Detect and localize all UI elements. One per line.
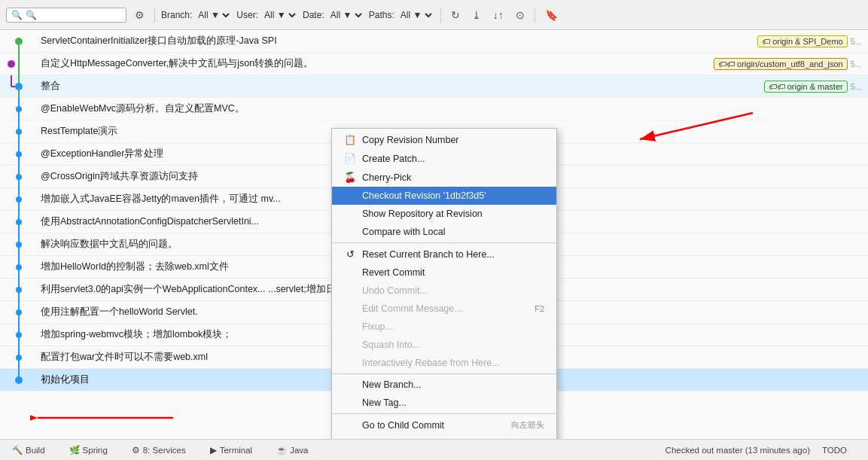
ctx-label: Copy Revision Number <box>362 135 459 145</box>
svg-point-27 <box>16 309 22 315</box>
tab-build[interactable]: 🔨 Build <box>6 443 51 457</box>
ctx-label: Checkout Revision '1db2f3d5' <box>362 190 486 201</box>
toolbar: 🔍 ⚙ Branch: All ▼ User: All ▼ Date: All … <box>0 0 868 30</box>
user-label: User: <box>236 10 258 20</box>
ctx-copy-revision[interactable]: 📋 Copy Revision Number <box>332 130 556 149</box>
table-row[interactable]: ServletContainerInitializer接口自动加载的原理-Jav… <box>0 30 868 53</box>
branch-filter: Branch: All ▼ <box>161 9 232 21</box>
copy-icon: 📋 <box>344 134 356 145</box>
commit-list: ServletContainerInitializer接口自动加载的原理-Jav… <box>0 30 868 439</box>
separator-3 <box>535 8 535 23</box>
ctx-new-branch[interactable]: New Branch... <box>332 376 556 394</box>
java-icon: ☕ <box>276 445 287 455</box>
graph-cell <box>0 256 38 279</box>
ctx-squash: Squash Into... <box>332 336 556 354</box>
settings-button[interactable]: ⚙ <box>131 7 148 23</box>
ctx-label: Fixup... <box>362 321 393 332</box>
graph-cell <box>0 143 38 166</box>
main-content: ServletContainerInitializer接口自动加载的原理-Jav… <box>0 30 868 439</box>
tab-java-label: Java <box>290 446 308 455</box>
paths-filter: Paths: All ▼ <box>369 9 434 21</box>
branch-tags: 🏷🏷 origin/custom_utf8_and_json 5... <box>714 58 862 70</box>
branch-badge: 🏷 origin & SPI_Demo <box>757 35 848 47</box>
separator-1 <box>154 8 155 23</box>
tab-build-label: Build <box>26 446 45 455</box>
ctx-cherry-pick[interactable]: 🍒 Cherry-Pick <box>332 168 556 187</box>
svg-point-31 <box>16 355 22 361</box>
ctx-edit-message: Edit Commit Message... F2 <box>332 300 556 318</box>
search-input[interactable] <box>26 10 116 20</box>
ctx-go-parent[interactable]: Go to Parent Commit 向右箭头 <box>332 434 556 439</box>
svg-point-19 <box>16 219 22 225</box>
branch-select[interactable]: All ▼ <box>195 9 232 21</box>
ctx-revert-commit[interactable]: Revert Commit <box>332 264 556 282</box>
ctx-show-repo[interactable]: Show Repository at Revision <box>332 205 556 223</box>
ctx-compare-local[interactable]: Compare with Local <box>332 223 556 241</box>
svg-point-23 <box>16 264 22 270</box>
search-icon: 🔍 <box>11 10 23 20</box>
terminal-icon: ▶ <box>210 445 217 455</box>
tab-java[interactable]: ☕ Java <box>270 443 314 457</box>
ctx-label: New Branch... <box>362 379 422 390</box>
search-box[interactable]: 🔍 <box>6 8 126 23</box>
graph-cell <box>0 301 38 324</box>
table-row[interactable]: 自定义HttpMessageConverter,解决中文乱码与json转换的问题… <box>0 53 868 75</box>
table-row[interactable]: @EnableWebMvc源码分析。自定义配置MVC。 <box>0 98 868 120</box>
build-icon: 🔨 <box>12 445 23 455</box>
branch-tags: 🏷🏷 origin & master 5... <box>764 81 862 93</box>
ctx-checkout[interactable]: Checkout Revision '1db2f3d5' <box>332 187 556 205</box>
tab-services-label: 8: Services <box>143 446 186 455</box>
ctx-label: Undo Commit... <box>362 285 428 296</box>
svg-point-17 <box>16 196 22 203</box>
graph-cell <box>0 120 38 143</box>
user-filter: User: All ▼ <box>236 9 298 21</box>
graph-cell <box>0 75 38 98</box>
tab-terminal[interactable]: ▶ Terminal <box>204 443 258 457</box>
tab-services[interactable]: ⚙ 8: Services <box>126 443 192 457</box>
child-shortcut: 向左箭头 <box>511 419 544 431</box>
ctx-label: Reset Current Branch to Here... <box>362 249 495 260</box>
paths-select[interactable]: All ▼ <box>397 9 434 21</box>
ctx-label: Interactively Rebase from Here... <box>362 358 500 368</box>
branch-label: Branch: <box>161 10 192 20</box>
ctx-interactive-rebase: Interactively Rebase from Here... <box>332 354 556 372</box>
todo-text: TODO <box>822 446 862 455</box>
bookmark-button[interactable]: 🔖 <box>541 7 562 23</box>
ctx-new-tag[interactable]: New Tag... <box>332 394 556 412</box>
fetch-button[interactable]: ⤓ <box>468 7 485 23</box>
ctx-sep-3 <box>332 413 556 414</box>
ctx-sep-2 <box>332 373 556 374</box>
ctx-fixup: Fixup... <box>332 318 556 336</box>
ctx-create-patch[interactable]: 📄 Create Patch... <box>332 149 556 168</box>
tab-spring[interactable]: 🌿 Spring <box>63 443 114 457</box>
edit-shortcut: F2 <box>535 304 544 313</box>
svg-point-29 <box>16 332 22 338</box>
table-row[interactable]: 整合 🏷🏷 origin & master 5... <box>0 75 868 98</box>
branch-badge: 🏷🏷 origin & master <box>764 81 848 93</box>
commit-message: ServletContainerInitializer接口自动加载的原理-Jav… <box>38 35 751 47</box>
ctx-label: Create Patch... <box>362 154 425 164</box>
push-button[interactable]: ⊙ <box>512 7 528 23</box>
commit-message: @EnableWebMvc源码分析。自定义配置MVC。 <box>38 102 862 115</box>
ctx-label: Show Repository at Revision <box>362 209 483 219</box>
pull-button[interactable]: ↓↑ <box>489 7 507 23</box>
graph-cell <box>0 369 38 391</box>
graph-cell <box>0 53 38 75</box>
graph-cell <box>0 188 38 211</box>
date-select[interactable]: All ▼ <box>327 9 364 21</box>
commit-message: 整合 <box>38 80 758 93</box>
svg-point-7 <box>15 83 23 90</box>
user-select[interactable]: All ▼ <box>261 9 298 21</box>
svg-point-9 <box>16 106 22 112</box>
graph-cell <box>0 30 38 53</box>
svg-point-11 <box>16 129 22 135</box>
ctx-label: New Tag... <box>362 398 407 408</box>
refresh-button[interactable]: ↻ <box>447 7 464 23</box>
paths-label: Paths: <box>369 10 394 20</box>
ctx-reset-branch[interactable]: ↺ Reset Current Branch to Here... <box>332 245 556 264</box>
svg-point-33 <box>15 376 23 384</box>
date-filter: Date: All ▼ <box>303 9 364 21</box>
svg-point-25 <box>16 287 22 293</box>
ctx-label: Edit Commit Message... <box>362 303 462 314</box>
ctx-go-child[interactable]: Go to Child Commit 向左箭头 <box>332 416 556 434</box>
